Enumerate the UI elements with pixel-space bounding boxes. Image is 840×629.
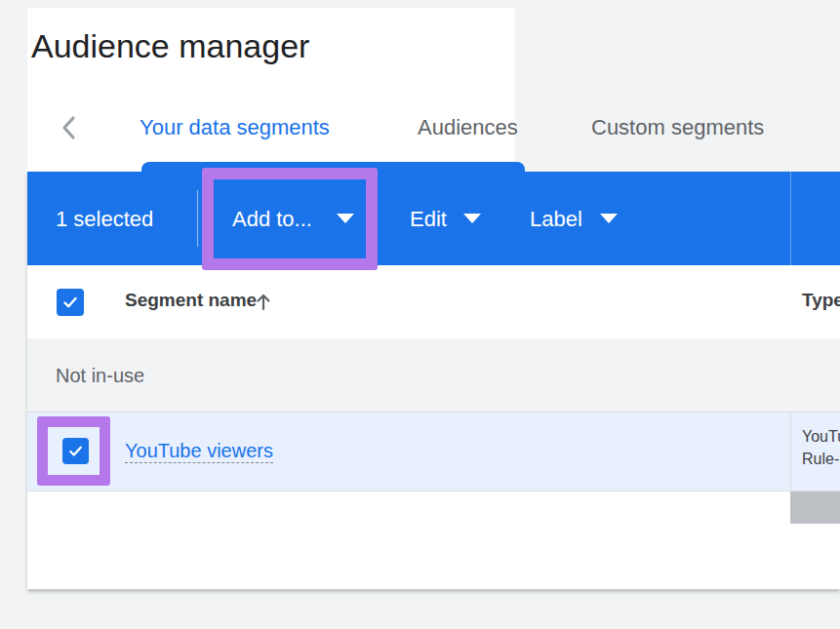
dropdown-caret-icon[interactable] <box>463 214 481 223</box>
segment-name-link[interactable]: YouTube viewers <box>125 438 273 463</box>
sort-ascending-icon[interactable] <box>252 290 275 313</box>
column-divider <box>790 413 791 491</box>
group-row: Not in-use <box>27 338 840 413</box>
selected-count-label: 1 selected <box>56 207 153 232</box>
tabs-back-button[interactable] <box>55 112 86 143</box>
selection-toolbar: 1 selected Add to... Edit Label <box>27 172 840 265</box>
type-cell-line1: YouTube <box>802 425 840 448</box>
label-button[interactable]: Label <box>530 207 582 232</box>
page-background: Audience manager Your data segments Audi… <box>0 0 840 629</box>
horizontal-scrollbar-thumb[interactable] <box>790 491 840 524</box>
dropdown-caret-icon[interactable] <box>600 214 618 223</box>
type-cell: YouTube Rule-based <box>802 425 840 470</box>
checkmark-icon <box>66 442 85 460</box>
table-row: YouTube viewers YouTube Rule-based <box>27 413 840 491</box>
toolbar-divider <box>197 190 198 247</box>
dropdown-caret-icon[interactable] <box>337 214 354 223</box>
tab-audiences[interactable]: Audiences <box>418 113 518 142</box>
tab-custom-segments[interactable]: Custom segments <box>591 113 764 142</box>
tab-your-data-segments[interactable]: Your data segments <box>140 113 330 142</box>
segments-table-card: 1 selected Add to... Edit Label Segment … <box>27 172 840 590</box>
column-header-type[interactable]: Type <box>802 288 840 313</box>
toolbar-column-line <box>790 172 791 265</box>
page-title: Audience manager <box>31 25 309 66</box>
type-cell-line2: Rule-based <box>802 448 840 470</box>
column-header-segment-name[interactable]: Segment name <box>125 288 257 313</box>
group-label: Not in-use <box>56 363 144 388</box>
chevron-left-icon <box>55 112 86 143</box>
edit-button[interactable]: Edit <box>410 207 447 232</box>
add-to-button[interactable]: Add to... <box>232 207 312 232</box>
checkmark-icon <box>60 293 80 312</box>
table-header-row: Segment name Type <box>27 265 840 338</box>
row-checkbox[interactable] <box>62 438 89 464</box>
select-all-checkbox[interactable] <box>57 289 84 316</box>
